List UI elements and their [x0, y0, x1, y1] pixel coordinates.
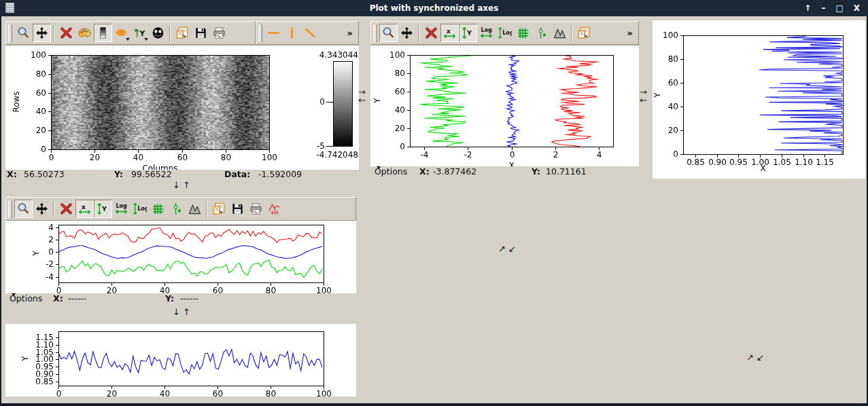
- copy-to-clipboard-button[interactable]: [575, 24, 593, 42]
- horizontal-line-tool-button[interactable]: [264, 24, 283, 42]
- toggle-grid-button[interactable]: [149, 200, 167, 218]
- clipboard-icon: [175, 26, 190, 40]
- delete-item-button[interactable]: [57, 24, 75, 42]
- colorbar-icon: [96, 26, 110, 40]
- dline-icon: [303, 26, 317, 40]
- curves-plot-canvas[interactable]: [5, 221, 356, 293]
- pan-tool-button[interactable]: [33, 200, 51, 218]
- curve-stats-tool-button[interactable]: [551, 24, 569, 42]
- xrange-icon: x: [442, 26, 457, 40]
- delete-item-button[interactable]: [422, 24, 440, 42]
- x-axis-scale-button[interactable]: x: [75, 200, 94, 218]
- save-button[interactable]: [192, 24, 210, 42]
- curve-stats-tool-button[interactable]: [186, 200, 204, 218]
- annotation-toolbar: »: [256, 21, 359, 45]
- magnifier-icon: [16, 202, 31, 216]
- options-caret-icon: [12, 293, 16, 296]
- xrange-icon: x: [77, 202, 92, 216]
- clipboard-icon: [577, 26, 591, 40]
- y-axis-scale-button[interactable]: Y: [94, 200, 112, 218]
- zoom-tool-button[interactable]: [14, 200, 33, 218]
- copy-to-clipboard-button[interactable]: [173, 24, 192, 42]
- image-plot-canvas[interactable]: [5, 46, 359, 170]
- save-icon: [230, 202, 245, 216]
- right-plot-canvas[interactable]: [653, 20, 865, 179]
- curve-fit-tool-button[interactable]: FIT: [265, 200, 283, 218]
- logy-icon: Log: [133, 202, 147, 216]
- save-button[interactable]: [228, 200, 247, 218]
- data-value: -1.592009: [258, 169, 302, 179]
- delete-icon: [59, 202, 73, 216]
- vline-icon: [285, 26, 299, 40]
- pan-icon: [35, 26, 49, 40]
- print-button[interactable]: [247, 200, 265, 218]
- toolbar-grip[interactable]: [258, 24, 262, 42]
- save-icon: [194, 26, 208, 40]
- sync-plot-canvas[interactable]: [370, 46, 639, 166]
- delete-item-button[interactable]: [57, 200, 75, 218]
- toolbar-overflow-button[interactable]: »: [624, 28, 636, 38]
- logy-icon: Log: [498, 26, 512, 40]
- pan-tool-button[interactable]: [398, 24, 416, 42]
- toolbar-separator: [417, 25, 421, 41]
- log-x-axis-button[interactable]: Log: [477, 24, 496, 42]
- curves-plot-statusbar: Options X: ------ Y: ------: [10, 293, 349, 303]
- image-plot-statusbar: X: 56.50273 Y: 99.56522 Data: -1.592009: [7, 169, 360, 179]
- x-coord-label: X:: [53, 293, 63, 303]
- y-coord-value: 10.71161: [546, 166, 587, 177]
- toolbar-grip[interactable]: [8, 200, 12, 218]
- contrast-panel-button[interactable]: [94, 24, 112, 42]
- print-icon: [212, 26, 226, 40]
- flip-y-axis-button[interactable]: Yo: [131, 24, 149, 42]
- maximize-button[interactable]: □: [835, 0, 843, 16]
- sync-plot-toolbar: xYLogLog»: [370, 21, 639, 45]
- copy-to-clipboard-button[interactable]: [210, 200, 228, 218]
- sync-plot-statusbar: Options X: -3.877462 Y: 10.71161: [375, 166, 646, 177]
- cursor-icon: [169, 202, 184, 216]
- dropdown-caret-icon[interactable]: [144, 38, 148, 41]
- point-selection-tool-button[interactable]: [167, 200, 186, 218]
- colormap-button[interactable]: [75, 24, 94, 42]
- y-coord-label: Y:: [114, 169, 123, 179]
- close-button[interactable]: X: [854, 0, 860, 16]
- y-axis-scale-button[interactable]: Y: [459, 24, 477, 42]
- svg-text:FIT: FIT: [271, 210, 279, 215]
- ellipse-shape-tool-button[interactable]: [112, 24, 131, 42]
- log-y-axis-button[interactable]: Log: [496, 24, 514, 42]
- y-coord-value: ------: [180, 293, 198, 303]
- svg-text:Y: Y: [101, 205, 107, 213]
- zoom-tool-button[interactable]: [379, 24, 398, 42]
- svg-text:o: o: [134, 27, 137, 32]
- toolbar-grip[interactable]: [373, 24, 377, 42]
- vertical-line-tool-button[interactable]: [283, 24, 301, 42]
- dropdown-caret-icon[interactable]: [126, 38, 130, 41]
- grid-icon: [151, 202, 165, 216]
- toggle-grid-button[interactable]: [514, 24, 532, 42]
- pan-icon: [400, 26, 414, 40]
- raise-window-button[interactable]: ↑: [804, 0, 811, 16]
- minimize-button[interactable]: –: [821, 0, 825, 16]
- zoom-tool-button[interactable]: [14, 24, 33, 42]
- point-selection-tool-button[interactable]: [532, 24, 551, 42]
- titlebar[interactable]: Plot with synchronized axes ↑–□X: [0, 0, 868, 16]
- svg-text:Y: Y: [139, 29, 145, 37]
- log-y-axis-button[interactable]: Log: [131, 200, 149, 218]
- stats-icon: [188, 202, 202, 216]
- toolbar-separator: [52, 25, 56, 41]
- x-coord-value: ------: [68, 293, 86, 303]
- svg-text:Log: Log: [116, 202, 127, 209]
- log-x-axis-button[interactable]: Log: [112, 200, 131, 218]
- svg-text:x: x: [82, 203, 86, 210]
- svg-text:Log: Log: [481, 26, 492, 33]
- print-button[interactable]: [210, 24, 228, 42]
- pan-tool-button[interactable]: [33, 24, 51, 42]
- palette-icon: [77, 26, 92, 40]
- yrange-icon: Y: [96, 202, 110, 216]
- toolbar-grip[interactable]: [8, 24, 12, 42]
- toolbar-overflow-button[interactable]: »: [344, 28, 356, 38]
- zoom-plot-canvas[interactable]: [5, 324, 356, 396]
- x-coord-label: X:: [7, 169, 17, 179]
- image-mask-tool-button[interactable]: [149, 24, 167, 42]
- x-axis-scale-button[interactable]: x: [440, 24, 459, 42]
- oblique-line-tool-button[interactable]: [301, 24, 319, 42]
